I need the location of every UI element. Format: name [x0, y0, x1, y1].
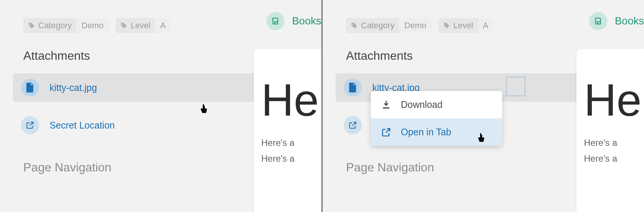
tag-icon — [28, 22, 35, 29]
menu-item-open-in-tab[interactable]: Open in Tab — [371, 118, 502, 146]
content-line: Here's a — [261, 138, 321, 148]
page-title: He — [261, 77, 321, 123]
file-icon — [21, 79, 39, 97]
tags-row: Category Demo Level A — [23, 18, 308, 33]
tag-value: Demo — [76, 18, 109, 33]
tag-level[interactable]: Level A — [438, 18, 494, 33]
svg-rect-0 — [383, 107, 389, 108]
content-line: Here's a — [584, 153, 644, 164]
menu-item-download[interactable]: Download — [371, 91, 502, 118]
tag-category[interactable]: Category Demo — [23, 18, 109, 33]
books-link[interactable]: Books — [266, 12, 321, 30]
content-preview: He Here's a Here's a — [576, 49, 644, 212]
tag-value: A — [155, 18, 171, 33]
attachment-name: kitty-cat.jpg — [50, 82, 271, 93]
book-icon — [266, 12, 284, 30]
tag-key-label: Level — [131, 21, 150, 30]
tag-category[interactable]: Category Demo — [346, 18, 432, 33]
tag-icon — [443, 22, 450, 29]
page-title: He — [584, 77, 644, 123]
content-preview: He Here's a Here's a — [254, 49, 321, 212]
external-link-icon — [344, 116, 362, 134]
menu-item-label: Open in Tab — [401, 127, 451, 138]
tag-key-label: Level — [453, 21, 473, 30]
tag-key-label: Category — [361, 21, 394, 30]
content-line: Here's a — [584, 138, 644, 148]
books-link-label: Books — [292, 15, 321, 27]
menu-item-label: Download — [401, 99, 442, 110]
books-link[interactable]: Books — [589, 12, 644, 30]
content-line: Here's a — [261, 153, 321, 164]
tag-key-label: Category — [38, 21, 72, 30]
download-icon — [381, 100, 391, 110]
book-icon — [589, 12, 607, 30]
tag-value: A — [478, 18, 494, 33]
tag-icon — [120, 22, 128, 29]
file-icon — [344, 79, 362, 97]
books-link-label: Books — [615, 15, 644, 27]
external-link-icon — [21, 116, 39, 134]
external-link-icon — [381, 127, 391, 137]
tag-level[interactable]: Level A — [116, 18, 171, 33]
tags-row: Category Demo Level A — [346, 18, 630, 33]
panel-left: Books Category Demo Level — [0, 0, 321, 212]
tag-value: Demo — [399, 18, 432, 33]
attachment-dropdown-menu: Download Open in Tab — [371, 91, 502, 146]
tag-icon — [351, 22, 358, 29]
